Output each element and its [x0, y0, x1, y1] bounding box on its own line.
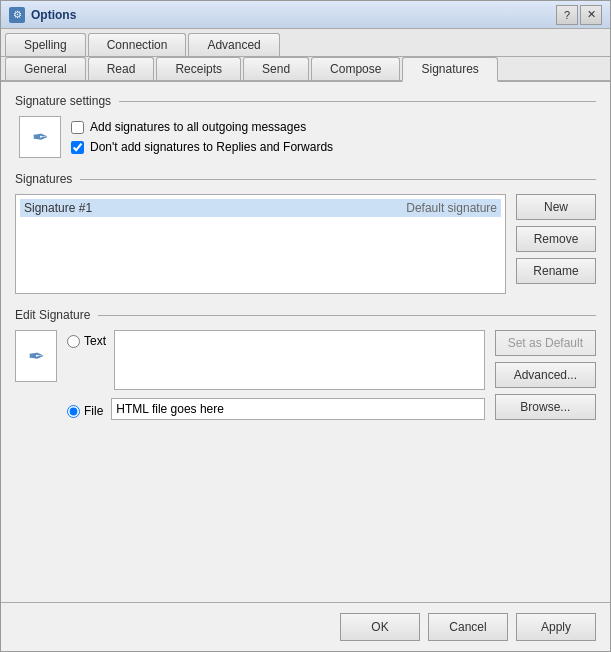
edit-signature-label: Edit Signature: [15, 308, 596, 322]
text-radio[interactable]: [67, 335, 80, 348]
window-icon: ⚙: [9, 7, 25, 23]
text-radio-container: Text: [67, 330, 106, 348]
tab-general[interactable]: General: [5, 57, 86, 80]
content-area: Signature settings ✒ Add signatures to a…: [1, 82, 610, 602]
file-input[interactable]: [111, 398, 484, 420]
sig-name: Signature #1: [24, 201, 406, 215]
sig-default: Default signature: [406, 201, 497, 215]
sig-list-item[interactable]: Signature #1 Default signature: [20, 199, 501, 217]
top-tab-row: Spelling Connection Advanced: [1, 29, 610, 57]
edit-sig-side-buttons: Set as Default Advanced... Browse...: [495, 330, 596, 420]
advanced-button[interactable]: Advanced...: [495, 362, 596, 388]
signature-icon: ✒: [19, 116, 61, 158]
ok-button[interactable]: OK: [340, 613, 420, 641]
sig-buttons: New Remove Rename: [516, 194, 596, 284]
tab-send[interactable]: Send: [243, 57, 309, 80]
browse-button[interactable]: Browse...: [495, 394, 596, 420]
dont-add-label: Don't add signatures to Replies and Forw…: [90, 140, 333, 154]
rename-button[interactable]: Rename: [516, 258, 596, 284]
tab-signatures[interactable]: Signatures: [402, 57, 497, 82]
signatures-label: Signatures: [15, 172, 596, 186]
window-title: Options: [31, 8, 556, 22]
tab-compose[interactable]: Compose: [311, 57, 400, 80]
add-signatures-checkbox[interactable]: [71, 121, 84, 134]
file-radio-container: File: [67, 400, 103, 418]
cancel-button[interactable]: Cancel: [428, 613, 508, 641]
edit-icon-graphic: ✒: [28, 344, 45, 368]
options-window: ⚙ Options ? ✕ Spelling Connection Advanc…: [0, 0, 611, 652]
tab-connection[interactable]: Connection: [88, 33, 187, 56]
remove-button[interactable]: Remove: [516, 226, 596, 252]
file-row: File: [67, 398, 485, 420]
apply-button[interactable]: Apply: [516, 613, 596, 641]
file-radio[interactable]: [67, 405, 80, 418]
text-radio-label: Text: [84, 334, 106, 348]
checkbox-row-1: Add signatures to all outgoing messages: [71, 120, 333, 134]
add-signatures-label: Add signatures to all outgoing messages: [90, 120, 306, 134]
checkboxes-area: Add signatures to all outgoing messages …: [71, 116, 333, 154]
signature-settings-label: Signature settings: [15, 94, 596, 108]
tab-spelling[interactable]: Spelling: [5, 33, 86, 56]
bottom-bar: OK Cancel Apply: [1, 602, 610, 651]
help-button[interactable]: ?: [556, 5, 578, 25]
dont-add-checkbox[interactable]: [71, 141, 84, 154]
sig-list-box[interactable]: Signature #1 Default signature: [15, 194, 506, 294]
text-radio-row: Text: [67, 330, 485, 390]
edit-sig-controls: Text File: [67, 330, 485, 420]
file-radio-label: File: [84, 404, 103, 418]
new-button[interactable]: New: [516, 194, 596, 220]
bottom-tab-row: General Read Receipts Send Compose Signa…: [1, 57, 610, 82]
set-as-default-button[interactable]: Set as Default: [495, 330, 596, 356]
signature-settings-section: Signature settings ✒ Add signatures to a…: [15, 94, 596, 158]
title-bar-buttons: ? ✕: [556, 5, 602, 25]
tab-advanced[interactable]: Advanced: [188, 33, 279, 56]
signature-settings-inner: ✒ Add signatures to all outgoing message…: [15, 116, 596, 158]
sig-icon-graphic: ✒: [32, 125, 49, 149]
edit-signature-section: Edit Signature ✒ Text: [15, 308, 596, 420]
title-bar: ⚙ Options ? ✕: [1, 1, 610, 29]
text-area[interactable]: [114, 330, 485, 390]
edit-sig-icon: ✒: [15, 330, 57, 382]
close-button[interactable]: ✕: [580, 5, 602, 25]
edit-sig-inner: ✒ Text File: [15, 330, 596, 420]
checkbox-row-2: Don't add signatures to Replies and Forw…: [71, 140, 333, 154]
sig-list-area: Signature #1 Default signature New Remov…: [15, 194, 596, 294]
signatures-section: Signatures Signature #1 Default signatur…: [15, 172, 596, 294]
tab-receipts[interactable]: Receipts: [156, 57, 241, 80]
tab-read[interactable]: Read: [88, 57, 155, 80]
